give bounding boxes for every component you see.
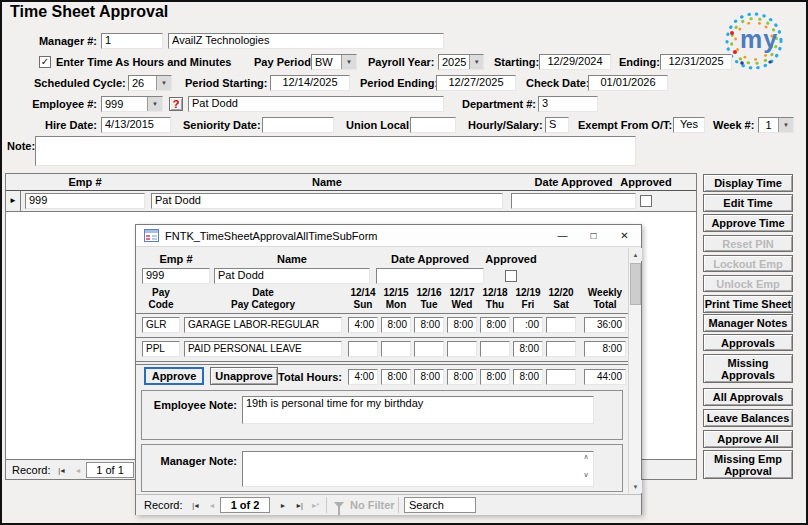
name-cell[interactable]: Pat Dodd (151, 193, 503, 209)
popup-name-cell[interactable]: Pat Dodd (214, 268, 370, 284)
weekly-total-cell[interactable]: 36:00 (584, 317, 626, 333)
manager-note-field[interactable] (242, 451, 594, 487)
employee-note-field[interactable]: 19th is personal time for my birthday (242, 396, 594, 424)
pay-code-cell[interactable]: GLR (142, 317, 180, 333)
employee-name-field[interactable]: Pat Dodd (188, 96, 444, 112)
hours-cell[interactable] (480, 341, 510, 357)
employee-number-select[interactable]: 999 ▼ (101, 96, 163, 112)
hours-cell[interactable]: 8:00 (513, 341, 543, 357)
dropdown-arrow-icon[interactable]: ▼ (147, 97, 162, 111)
timesheet-subform-window[interactable]: FNTK_TimeSheetApprovalAllTimeSubForm — □… (135, 224, 642, 515)
dropdown-arrow-icon[interactable]: ▼ (469, 55, 483, 69)
department-number-field[interactable]: 3 (538, 96, 598, 112)
pay-code-cell[interactable]: PPL (142, 341, 180, 357)
pay-period-select[interactable]: BW ▼ (311, 54, 357, 70)
hours-cell[interactable] (447, 341, 477, 357)
hours-cell[interactable]: 8:00 (480, 317, 510, 333)
hours-cell[interactable] (546, 317, 576, 333)
hours-cell[interactable]: 8:00 (414, 317, 444, 333)
payroll-year-select[interactable]: 2025 ▼ (438, 54, 484, 70)
lockout-emp-button[interactable]: Lockout Emp (703, 255, 793, 272)
scroll-down-icon[interactable]: ▼ (629, 480, 642, 493)
popup-emp-number-cell[interactable]: 999 (142, 268, 210, 284)
last-record-button[interactable]: ►| (291, 498, 306, 512)
approved-checkbox[interactable] (640, 195, 652, 207)
search-input[interactable]: Search (404, 497, 476, 513)
weekly-total-cell[interactable]: 8:00 (584, 341, 626, 357)
record-position-box[interactable]: 1 of 2 (220, 497, 270, 513)
hours-cell[interactable]: 8:00 (447, 317, 477, 333)
pay-category-cell[interactable]: GARAGE LABOR-REGULAR (184, 317, 342, 333)
next-record-button[interactable]: ► (275, 498, 290, 512)
approve-button[interactable]: Approve (144, 367, 204, 385)
hours-cell[interactable]: :00 (513, 317, 543, 333)
employee-help-button[interactable]: ? (169, 97, 183, 111)
new-record-button[interactable]: ►* (307, 498, 322, 512)
pay-category-cell[interactable]: PAID PERSONAL LEAVE (184, 341, 342, 357)
display-time-button[interactable]: Display Time (703, 174, 793, 192)
popup-approved-checkbox[interactable] (505, 270, 517, 282)
hours-cell[interactable] (381, 341, 411, 357)
enter-time-checkbox[interactable]: ✓ (39, 56, 51, 68)
starting-label: Starting: (494, 56, 539, 69)
approve-all-button[interactable]: Approve All (703, 430, 793, 448)
hourly-salary-field[interactable]: S (545, 117, 569, 133)
dropdown-arrow-icon[interactable]: ▼ (341, 55, 356, 69)
hours-cell[interactable] (414, 341, 444, 357)
previous-record-button[interactable]: ◄ (70, 463, 85, 477)
approvals-button[interactable]: Approvals (703, 334, 793, 351)
week-number-select[interactable]: 1 ▼ (758, 117, 794, 133)
check-date-field[interactable]: 01/01/2026 (588, 75, 668, 91)
missing-approvals-button[interactable]: Missing Approvals (703, 354, 793, 383)
period-ending-field[interactable]: 12/27/2025 (436, 75, 516, 91)
record-selector-icon[interactable]: ► (6, 191, 21, 211)
hours-cell[interactable] (348, 341, 378, 357)
date-approved-cell[interactable] (511, 193, 636, 209)
spinner-down-icon[interactable]: ∨ (580, 471, 592, 479)
scroll-up-icon[interactable]: ▲ (629, 248, 642, 261)
employee-row[interactable]: ► 999 Pat Dodd (6, 191, 696, 212)
first-record-button[interactable]: |◄ (188, 498, 203, 512)
starting-field[interactable]: 12/29/2024 (539, 54, 611, 70)
edit-time-button[interactable]: Edit Time (703, 194, 793, 212)
no-filter-label[interactable]: No Filter (350, 499, 395, 511)
record-position-box[interactable]: 1 of 1 (86, 462, 134, 478)
manager-number-field[interactable]: 1 (101, 33, 163, 49)
popup-vertical-scrollbar[interactable]: ▲ ▼ (628, 248, 641, 493)
first-record-button[interactable]: |◄ (54, 463, 69, 477)
ending-field[interactable]: 12/31/2025 (660, 54, 732, 70)
dropdown-arrow-icon[interactable]: ▼ (156, 76, 171, 90)
minimize-icon[interactable]: — (547, 225, 578, 246)
company-name-field[interactable]: AvailZ Technologies (168, 33, 444, 49)
spinner-up-icon[interactable]: ∧ (580, 453, 592, 461)
total-hours-label: Total Hours: (266, 371, 342, 384)
seniority-date-field[interactable] (262, 117, 334, 133)
maximize-icon[interactable]: □ (578, 225, 609, 246)
popup-date-approved-cell[interactable] (376, 268, 484, 284)
unlock-emp-button[interactable]: Unlock Emp (703, 275, 793, 292)
note-field[interactable] (35, 136, 636, 166)
all-approvals-button[interactable]: All Approvals (703, 388, 793, 406)
hire-date-field[interactable]: 4/13/2015 (101, 117, 171, 133)
approve-time-button[interactable]: Approve Time (703, 214, 793, 232)
hours-cell[interactable]: 4:00 (348, 317, 378, 333)
union-local-field[interactable] (410, 117, 456, 133)
close-icon[interactable]: ✕ (609, 225, 640, 246)
day-header-date: 12/15 (379, 287, 413, 298)
print-time-sheet-button[interactable]: Print Time Sheet (703, 295, 793, 313)
previous-record-button[interactable]: ◄ (204, 498, 219, 512)
missing-emp-approval-button[interactable]: Missing Emp Approval (703, 450, 793, 479)
scheduled-cycle-select[interactable]: 26 ▼ (128, 75, 172, 91)
emp-number-cell[interactable]: 999 (25, 193, 145, 209)
period-starting-field[interactable]: 12/14/2025 (270, 75, 350, 91)
scrollbar-thumb[interactable] (630, 263, 641, 305)
exempt-ot-field[interactable]: Yes (673, 117, 705, 133)
day-header-dow: Sun (346, 299, 380, 310)
popup-title-bar[interactable]: FNTK_TimeSheetApprovalAllTimeSubForm — □… (136, 225, 641, 247)
hours-cell[interactable]: 8:00 (381, 317, 411, 333)
dropdown-arrow-icon[interactable]: ▼ (778, 118, 793, 132)
leave-balances-button[interactable]: Leave Balances (703, 409, 793, 427)
manager-notes-button[interactable]: Manager Notes (703, 314, 793, 332)
hours-cell[interactable] (546, 341, 576, 357)
reset-pin-button[interactable]: Reset PIN (703, 235, 793, 252)
